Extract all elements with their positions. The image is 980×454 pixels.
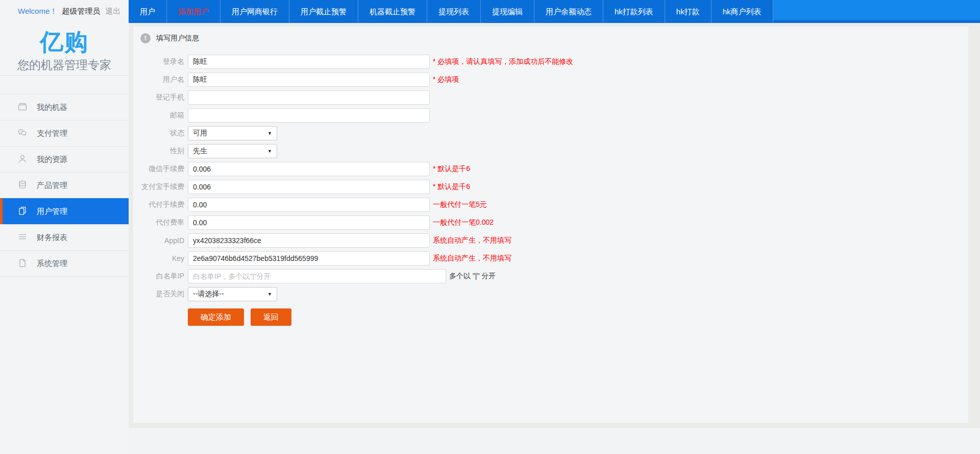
user-form: 登录名* 必填项，请认真填写，添加成功后不能修改用户名* 必填项登记手机邮箱状态… (133, 55, 968, 326)
welcome-text: Welcome！ (18, 7, 57, 16)
sidebar-item-user-mgmt[interactable]: 用户管理 (0, 198, 129, 224)
sidebar-item-label: 财务报表 (37, 233, 67, 243)
login-name-row: 登录名* 必填项，请认真填写，添加成功后不能修改 (133, 55, 968, 69)
documents-icon (17, 205, 28, 218)
form-buttons-row: 确定添加返回 (188, 308, 968, 326)
key-label: Key (133, 254, 184, 262)
payout-fee-hint: 一般代付一笔5元 (433, 200, 487, 209)
top-navbar: 用户添加用户用户网商银行用户截止预警机器截止预警提现列表提现编辑用户余额动态hk… (129, 0, 980, 23)
username-input[interactable] (188, 73, 430, 87)
app-root: Welcome！ 超级管理员 退出 亿购 您的机器管理专家 我的机器支付管理我的… (0, 0, 980, 454)
confirm-add-button[interactable]: 确定添加 (188, 308, 244, 326)
sidebar-item-label: 产品管理 (37, 181, 67, 190)
alipay-fee-label: 支付宝手续费 (133, 182, 184, 192)
is-closed-label: 是否关闭 (133, 290, 184, 299)
admin-name: 超级管理员 (62, 7, 100, 16)
sidebar-menu: 我的机器支付管理我的资源产品管理用户管理财务报表系统管理 (0, 94, 129, 277)
sidebar-item-product-mgmt[interactable]: 产品管理 (0, 172, 129, 198)
username-label: 用户名 (133, 75, 184, 84)
payout-rate-input[interactable] (188, 216, 430, 230)
login-name-hint: * 必填项，请认真填写，添加成功后不能修改 (433, 57, 573, 66)
sidebar-item-label: 我的资源 (37, 155, 67, 164)
payout-fee-input[interactable] (188, 198, 430, 212)
payment-icon (17, 127, 28, 140)
sidebar-item-payment-mgmt[interactable]: 支付管理 (0, 120, 129, 146)
sidebar-divider (0, 75, 129, 76)
status-select[interactable]: 可用▼ (188, 126, 277, 140)
phone-label: 登记手机 (133, 93, 184, 102)
is-closed-row: 是否关闭--请选择--▼ (133, 287, 968, 301)
login-name-input[interactable] (188, 55, 430, 69)
payout-fee-row: 代付手续费一般代付一笔5元 (133, 198, 968, 212)
sidebar-item-system-mgmt[interactable]: 系统管理 (0, 250, 129, 276)
select-value: 可用 (193, 129, 207, 138)
content-wrap: ! 填写用户信息 登录名* 必填项，请认真填写，添加成功后不能修改用户名* 必填… (129, 23, 980, 428)
tab-withdraw-list[interactable]: 提现列表 (427, 0, 481, 23)
gender-row: 性别先生▼ (133, 144, 968, 158)
chevron-down-icon: ▼ (267, 292, 272, 297)
appid-row: AppID系统自动产生，不用填写 (133, 233, 968, 248)
tab-hk-merchant-list[interactable]: hk商户列表 (712, 0, 773, 23)
email-label: 邮箱 (133, 111, 184, 120)
sidebar-item-my-resources[interactable]: 我的资源 (0, 146, 129, 172)
tab-hk-payout-list[interactable]: hk打款列表 (603, 0, 665, 23)
sidebar-item-my-machines[interactable]: 我的机器 (0, 94, 129, 120)
appid-label: AppID (133, 236, 184, 245)
sidebar: Welcome！ 超级管理员 退出 亿购 您的机器管理专家 我的机器支付管理我的… (0, 0, 129, 454)
login-name-label: 登录名 (133, 57, 184, 66)
status-row: 状态可用▼ (133, 126, 968, 140)
payout-rate-row: 代付费率一般代付一笔0.002 (133, 216, 968, 230)
whitelist-ip-row: 白名单IP多个以 "|" 分开 (133, 269, 968, 283)
appid-input[interactable] (188, 233, 430, 248)
key-input[interactable] (188, 251, 430, 266)
tab-hk-payout[interactable]: hk打款 (665, 0, 712, 23)
whitelist-ip-hint: 多个以 "|" 分开 (449, 272, 496, 281)
database-icon (17, 179, 28, 192)
whitelist-ip-label: 白名单IP (133, 272, 184, 281)
sidebar-item-label: 系统管理 (37, 259, 67, 269)
machine-icon (17, 101, 28, 114)
whitelist-ip-input[interactable] (188, 269, 446, 283)
list-icon (17, 231, 28, 244)
select-value: --请选择-- (193, 290, 224, 299)
panel-title: 填写用户信息 (156, 34, 199, 43)
phone-row: 登记手机 (133, 90, 968, 105)
email-input[interactable] (188, 108, 430, 123)
select-value: 先生 (193, 147, 207, 156)
username-hint: * 必填项 (433, 75, 459, 84)
sidebar-item-label: 用户管理 (37, 207, 67, 217)
tab-users[interactable]: 用户 (129, 0, 167, 23)
wechat-fee-input[interactable] (188, 162, 430, 176)
form-panel: ! 填写用户信息 登录名* 必填项，请认真填写，添加成功后不能修改用户名* 必填… (133, 27, 968, 423)
tab-user-balance-log[interactable]: 用户余额动态 (534, 0, 603, 23)
brand-logo: 亿购 (0, 28, 129, 56)
main-area: 用户添加用户用户网商银行用户截止预警机器截止预警提现列表提现编辑用户余额动态hk… (129, 0, 980, 454)
username-row: 用户名* 必填项 (133, 73, 968, 87)
person-icon (17, 153, 28, 166)
email-row: 邮箱 (133, 108, 968, 123)
tab-add-user[interactable]: 添加用户 (167, 0, 220, 23)
wechat-fee-hint: * 默认是千6 (433, 164, 470, 174)
appid-hint: 系统自动产生，不用填写 (433, 236, 511, 245)
gender-label: 性别 (133, 147, 184, 156)
file-icon (17, 257, 28, 270)
wechat-fee-label: 微信手续费 (133, 164, 184, 174)
payout-fee-label: 代付手续费 (133, 200, 184, 209)
back-button[interactable]: 返回 (251, 308, 291, 326)
sidebar-item-finance-report[interactable]: 财务报表 (0, 224, 129, 250)
chevron-down-icon: ▼ (267, 149, 272, 154)
chevron-down-icon: ▼ (267, 131, 272, 136)
wechat-fee-row: 微信手续费* 默认是千6 (133, 162, 968, 176)
logout-link[interactable]: 退出 (105, 7, 120, 16)
brand-slogan: 您的机器管理专家 (0, 57, 129, 73)
gender-select[interactable]: 先生▼ (188, 144, 277, 158)
alipay-fee-input[interactable] (188, 180, 430, 194)
phone-input[interactable] (188, 90, 430, 105)
tab-user-cutoff-warn[interactable]: 用户截止预警 (289, 0, 358, 23)
tab-machine-cutoff-warn[interactable]: 机器截止预警 (358, 0, 427, 23)
is-closed-select[interactable]: --请选择--▼ (188, 287, 277, 301)
sidebar-item-label: 支付管理 (37, 129, 67, 138)
payout-rate-label: 代付费率 (133, 218, 184, 227)
tab-user-bank[interactable]: 用户网商银行 (220, 0, 289, 23)
tab-withdraw-edit[interactable]: 提现编辑 (481, 0, 534, 23)
